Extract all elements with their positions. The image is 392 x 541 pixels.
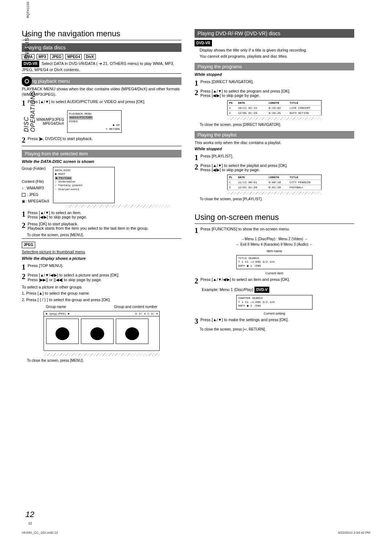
table-row: 212/01 01:200:01:20FOOTBALL	[228, 185, 322, 190]
r3-intro: This works only when the disc contains a…	[195, 140, 354, 146]
step2-text: Press [▶, DVD/CD] to start playback.	[28, 136, 181, 144]
subsection-playback-menu: Using playback menu	[22, 77, 181, 85]
sidebar-section: DISC OPERATIONS	[23, 91, 36, 132]
table-row: 111/11 00:010:00:10CITY PENGUIN	[228, 180, 322, 185]
r2-close: To close the screen, press [DIRECT NAVIG…	[200, 122, 354, 127]
page-number: 12	[25, 510, 34, 519]
dvdvr-note: DVD-VR Select DATA in DVD-VR/DATA ( ➔ 21…	[22, 61, 181, 72]
section-playing-data-discs: Playing data discs	[22, 43, 181, 52]
subsection-playlist: Playing the playlist	[195, 131, 354, 139]
step1-text: Press [▲/▼] to select AUDIO/PICTURE or V…	[28, 99, 181, 107]
s4-cond: While the display shows a picture	[22, 256, 181, 261]
r4-example: Example: Menu 1 (Disc/Play) DVD-V	[202, 287, 354, 293]
r2-step1: 1 Press [DIRECT NAVIGATOR].	[195, 79, 354, 87]
s4-step1: 1 Press [TOP MENU].	[22, 263, 181, 271]
step-2: 2 Press [▶, DVD/CD] to start playback.	[22, 136, 181, 144]
s4-other-title: To select a picture in other groups	[22, 284, 181, 290]
step-1: 1 Press [▲/▼] to select AUDIO/PICTURE or…	[22, 99, 181, 107]
s3-step1: 1 Press [▲/▼] to select an item. Press […	[22, 210, 181, 220]
heading-nav-menus: Using the navigation menus	[22, 29, 181, 38]
lbl-current-setting: Current setting	[195, 312, 354, 315]
footer-timestamp: 9/22/2010 2:34:42 PM	[338, 531, 370, 534]
lbl-item-name: Item name	[195, 249, 354, 253]
doc-code: RQTX1220	[26, 2, 30, 18]
r3-cond: While stopped	[195, 146, 354, 152]
r4-close: To close the screen, press [↩, RETURN].	[200, 327, 354, 332]
r2-step2: 2 Press [▲/▼] to select the program and …	[195, 89, 354, 98]
section-dvdvr-discs: Playing DVD-R/-RW (DVD-VR) discs	[195, 29, 354, 38]
table-row: 110/11 02:150:16:02LIVE CONCERT	[228, 106, 322, 111]
tag-mpeg4: MPEG4	[65, 54, 82, 60]
left-column: Using the navigation menus Playing data …	[22, 29, 181, 364]
cond-datadisc: While the DATA-DISC screen is shown	[22, 159, 181, 164]
playback-left-labels: WMA/MP3/JPEG MPEG4/DivX	[36, 118, 64, 126]
fig-labels: Group name Group and content number	[22, 305, 181, 309]
playback-intro: PLAYBACK MENU shows when the disc contai…	[22, 86, 181, 97]
osd-data-disc: DATA-DISC ■ ROOT ■ Perfume ♪ Underwater …	[53, 167, 115, 203]
tag-dvdv: DVD-V	[254, 287, 269, 293]
tag-mp3: MP3	[37, 54, 48, 60]
thumb-1	[46, 319, 79, 344]
s3-close: To close the screen, press [MENU].	[27, 233, 181, 238]
tag-dvdvr2: DVD-VR	[195, 40, 212, 46]
r4-step1: 1 Press [FUNCTIONS] to show the on-scree…	[195, 227, 354, 234]
osd-playback-menu: PLAYBACK MENU AUDIO/PICTURE VIDEO ◉ OK↶ …	[67, 110, 122, 133]
dvdvr-text: Select DATA in DVD-VR/DATA ( ➔ 21, OTHER…	[22, 61, 174, 72]
tag-dvdvr: DVD-VR	[22, 61, 39, 67]
s4-subtitle: Selecting picture in thumbnail menu	[22, 249, 181, 255]
osd-title-search: TITLE SEARCH T 1 C1 ♪1:ENG 3/2.1ch ⊘OFF …	[236, 255, 313, 269]
s4-other2: 2. Press [ { / } ] to select the group a…	[22, 297, 181, 303]
footer-file: VKX80_GC_1En.indd 12	[22, 531, 58, 534]
page-number-small: 12	[28, 521, 32, 525]
osd-chapter-search: CHAPTER SEARCH T 1 C1 ♪1:ENG 3/2.1ch ⊘OF…	[236, 295, 313, 309]
programs-table: PGDATELENGTHTITLE 110/11 02:150:16:02LIV…	[227, 100, 322, 116]
playlist-table: PLDATELENGTHTITLE 111/11 00:010:00:10CIT…	[227, 175, 322, 190]
s3-step2: 2 Press [OK] to start playback. Playback…	[22, 222, 181, 230]
subsection-selected-item: Playing from the selected item	[22, 150, 181, 157]
heading-onscreen-menus: Using on-screen menus	[195, 213, 354, 222]
r4-step3: 3 Press [▲/▼] to make the settings and p…	[195, 317, 354, 325]
legend: Group (Folder) Content (File) ♪ : WMA/MP…	[22, 165, 49, 205]
s4-other1: 1. Press [▲] to select the group name.	[22, 291, 181, 296]
tag-divx: DivX	[84, 54, 96, 60]
s4-close: To close the screen, press [MENU].	[27, 358, 181, 363]
sidebar-language: ENGLISH	[24, 33, 30, 60]
thumb-2	[81, 319, 114, 344]
subsection-programs: Playing the programs	[195, 63, 354, 70]
r3-close: To close the screen, press [PLAYLIST].	[200, 197, 354, 202]
r1-note1: Display shows the title only if a title …	[200, 48, 354, 53]
r3-step1: 1 Press [PLAYLIST].	[195, 154, 354, 161]
thumb-3	[116, 319, 148, 344]
r3-step2: 2 Press [▲/▼] to select the playlist and…	[195, 163, 354, 172]
tag-jpeg: JPEG	[50, 54, 64, 60]
footer: VKX80_GC_1En.indd 12 9/22/2010 2:34:42 P…	[22, 531, 370, 534]
r2-cond: While stopped	[195, 72, 354, 77]
menu-flow: →Menu 1 (Disc/Play) : Menu 2 (Video) → ←…	[195, 236, 354, 247]
format-tags: WMA MP3 JPEG MPEG4 DivX	[22, 54, 181, 60]
tag-jpeg2: JPEG	[22, 242, 35, 248]
thumbnail-figure: ◀ Jpeg(JPEG) ▶ G 2/ 4 C 3/ 9	[44, 311, 160, 351]
r4-step2: 2 Press [▲/▼/◀/▶] to select an item and …	[195, 277, 354, 284]
lbl-current-item: Current item	[195, 271, 354, 275]
table-row: 212/05 01:200:38:25AUTO ACTION	[228, 111, 322, 116]
r1-note2: You cannot edit programs, playlists and …	[200, 54, 354, 59]
s4-step2: 2 Press [▲/▼/◀/▶] to select a picture an…	[22, 273, 181, 282]
disc-icon	[22, 76, 32, 86]
right-column: Playing DVD-R/-RW (DVD-VR) discs DVD-VR …	[195, 29, 354, 364]
